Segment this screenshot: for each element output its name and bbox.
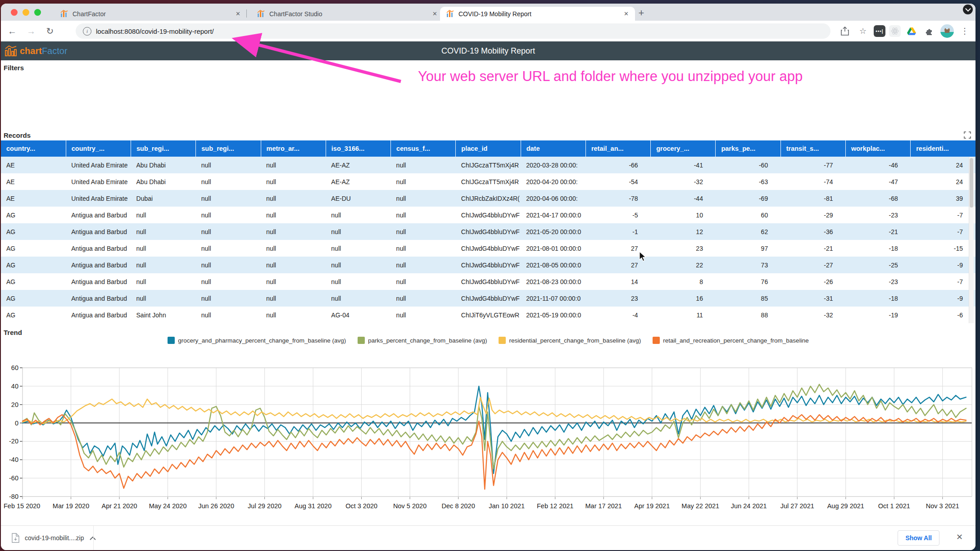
svg-text:Apr 21 2020: Apr 21 2020 [102,502,137,510]
column-header[interactable]: metro_ar... [261,140,326,157]
table-cell: AG [1,257,66,273]
tab-close-icon[interactable]: ✕ [624,10,629,17]
table-cell: null [326,223,390,240]
browser-menu-icon[interactable]: ⋮ [957,24,972,38]
table-cell: null [391,240,456,257]
chevron-down-icon[interactable] [963,5,973,14]
table-cell: 2021-04-17 00:00:0 [521,207,585,223]
column-header[interactable]: workplac... [845,140,910,157]
svg-text:-40: -40 [9,456,18,463]
trend-chart: Feb 15 2020Mar 19 2020Apr 21 2020May 24 … [1,347,975,518]
svg-text:Jul 27 2021: Jul 27 2021 [780,502,814,510]
table-cell: Antigua and Barbud [66,207,131,223]
table-cell: -6 [911,307,975,323]
table-cell: -66 [585,157,650,173]
download-bar: covid-19-mobilit....zip Show All ✕ [1,525,975,550]
google-drive-extension-icon[interactable] [904,24,919,38]
browser-window: ChartFactor ✕ ChartFactor Studio ✕ COVID… [1,4,975,550]
close-window-button[interactable] [11,9,18,16]
tab-chartfactor-studio[interactable]: ChartFactor Studio ✕ [251,7,444,21]
table-cell: 88 [716,307,780,323]
table-row[interactable]: AGAntigua and Barbudnullnullnullnullnull… [1,223,975,240]
legend-item[interactable]: retail_and_recreation_percent_change_fro… [653,337,808,344]
table-cell: 85 [716,290,780,307]
table-cell: 27 [585,257,650,273]
table-cell: null [326,273,390,290]
table-cell: 11 [651,307,716,323]
tab-covid-mobility-report-active[interactable]: COVID-19 Mobility Report ✕ [440,7,635,21]
share-icon[interactable] [838,24,852,38]
chevron-up-icon[interactable] [90,536,96,540]
column-header[interactable]: retail_an... [585,140,650,157]
table-cell: null [391,173,456,190]
table-row[interactable]: AEUnited Arab EmirateDubainullnullAE-DUn… [1,190,975,207]
column-header[interactable]: transit_s... [780,140,845,157]
table-cell: -19 [845,307,910,323]
table-row[interactable]: AEUnited Arab EmirateAbu DhabinullnullAE… [1,173,975,190]
new-tab-button[interactable]: + [635,7,648,20]
legend-item[interactable]: parks_percent_change_from_baseline (avg) [358,337,487,344]
column-header[interactable]: iso_3166... [326,140,390,157]
maximize-window-button[interactable] [34,9,41,16]
table-cell: -18 [845,290,910,307]
table-row[interactable]: AGAntigua and Barbudnullnullnullnullnull… [1,240,975,257]
tab-close-icon[interactable]: ✕ [432,10,437,17]
column-header[interactable]: census_f... [391,140,456,157]
show-all-button[interactable]: Show All [898,530,939,546]
close-download-bar-icon[interactable]: ✕ [956,532,963,542]
tab-chartfactor[interactable]: ChartFactor ✕ [54,7,247,21]
column-header[interactable]: parks_pe... [716,140,780,157]
table-row[interactable]: AGAntigua and Barbudnullnullnullnullnull… [1,273,975,290]
expand-icon[interactable] [964,131,971,140]
table-scrollbar[interactable] [969,157,974,323]
legend-item[interactable]: grocery_and_pharmacy_percent_change_from… [168,337,346,344]
table-cell: -29 [780,207,845,223]
extensions-puzzle-icon[interactable] [922,24,937,38]
table-cell: null [131,290,196,307]
react-devtools-extension-icon[interactable] [889,25,901,37]
column-header[interactable]: date [521,140,585,157]
table-cell: ChIJiT6yVLGTEowR [456,307,521,323]
profile-avatar[interactable] [940,24,954,38]
table-row[interactable]: AGAntigua and Barbudnullnullnullnullnull… [1,257,975,273]
url-text[interactable]: localhost:8080/covid-19-mobility-report/ [96,27,214,35]
forward-button[interactable]: → [23,23,39,39]
password-manager-extension-icon[interactable]: •••| [874,25,885,37]
legend-swatch [168,337,175,344]
window-controls[interactable] [11,9,41,16]
table-cell: -18 [845,240,910,257]
column-header[interactable]: country_... [66,140,131,157]
minimize-window-button[interactable] [23,9,29,16]
table-row[interactable]: AGAntigua and Barbudnullnullnullnullnull… [1,207,975,223]
tab-close-icon[interactable]: ✕ [236,10,240,17]
svg-text:40: 40 [11,383,18,390]
column-header[interactable]: country... [1,140,66,157]
table-cell: null [326,240,390,257]
table-cell: null [261,257,326,273]
table-row[interactable]: AEUnited Arab EmirateAbu DhabinullnullAE… [1,157,975,173]
table-cell: null [196,307,261,323]
table-cell: ChIJwdG4bbluDYwF [456,207,521,223]
table-cell: AE-AZ [326,157,390,173]
column-header[interactable]: sub_regi... [196,140,261,157]
table-cell: -63 [716,173,780,190]
address-bar[interactable]: i localhost:8080/covid-19-mobility-repor… [76,23,830,39]
column-header[interactable]: grocery_... [651,140,716,157]
table-cell: Abu Dhabi [131,173,196,190]
table-cell: -41 [651,157,716,173]
back-button[interactable]: ← [5,23,20,39]
table-row[interactable]: AGAntigua and Barbudnullnullnullnullnull… [1,290,975,307]
site-info-icon[interactable]: i [83,27,91,36]
table-cell: ChIJwdG4bbluDYwF [456,223,521,240]
bookmark-star-icon[interactable]: ☆ [856,24,870,38]
column-header[interactable]: sub_regi... [131,140,196,157]
table-cell: null [261,240,326,257]
table-cell: -27 [780,257,845,273]
reload-button[interactable]: ↻ [42,23,58,39]
column-header[interactable]: place_id [456,140,521,157]
legend-item[interactable]: residential_percent_change_from_baseline… [499,337,641,344]
download-item[interactable]: covid-19-mobilit....zip [7,529,100,546]
column-header[interactable]: residenti... [911,140,975,157]
table-row[interactable]: AGAntigua and BarbudSaint JohnnullnullAG… [1,307,975,323]
scrollbar-thumb[interactable] [970,158,973,208]
